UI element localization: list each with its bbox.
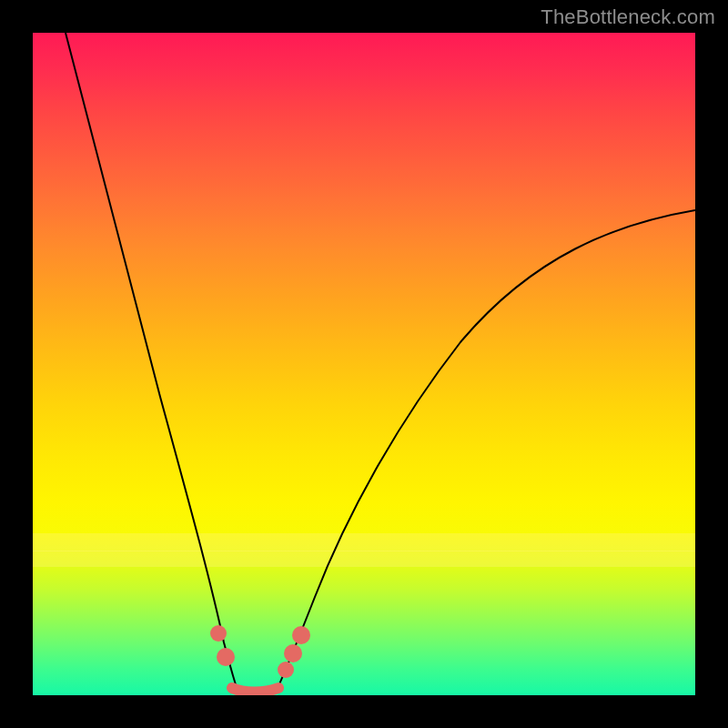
plot-area <box>33 33 695 695</box>
curve-layer <box>33 33 695 695</box>
watermark-text: TheBottleneck.com <box>541 5 715 29</box>
marker-left-dot-lower <box>217 648 235 666</box>
chart-frame: TheBottleneck.com <box>0 0 728 728</box>
marker-left-dot-upper <box>210 625 227 642</box>
marker-right-dot-mid <box>284 644 302 662</box>
curve-left-branch <box>66 33 238 690</box>
marker-right-dot-upper <box>292 626 310 644</box>
curve-right-branch <box>277 210 695 690</box>
marker-right-dot-lower <box>278 662 294 678</box>
marker-floor-segment <box>232 688 278 693</box>
